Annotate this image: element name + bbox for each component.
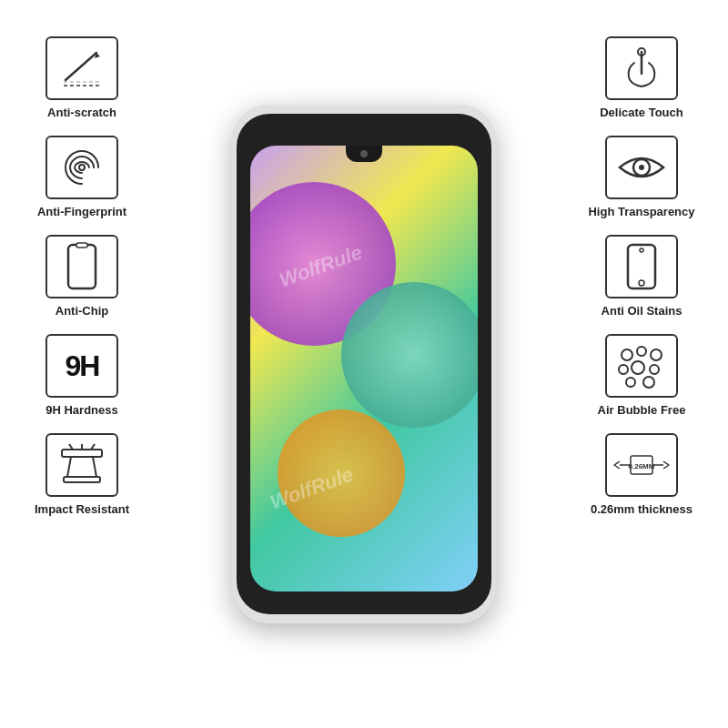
svg-rect-7 bbox=[62, 450, 102, 457]
left-features: Anti-scratch Anti-Fingerprint bbox=[9, 36, 155, 516]
feature-high-transparency: High Transparency bbox=[564, 136, 719, 218]
svg-point-24 bbox=[626, 378, 635, 387]
svg-rect-6 bbox=[76, 243, 87, 248]
9h-text: 9H bbox=[66, 349, 99, 383]
svg-text:0.26MM: 0.26MM bbox=[629, 462, 655, 470]
impact-icon bbox=[55, 442, 109, 488]
phone-outer: WolfRule WolfRule bbox=[232, 105, 496, 623]
fingerprint-icon bbox=[58, 144, 106, 191]
anti-fingerprint-icon-box bbox=[46, 136, 118, 199]
right-features: Delicate Touch High Transparency bbox=[564, 36, 719, 516]
svg-point-20 bbox=[651, 349, 662, 360]
svg-point-25 bbox=[643, 377, 654, 388]
anti-scratch-icon-box bbox=[46, 36, 118, 100]
glass-overlay: WolfRule WolfRule bbox=[237, 114, 491, 614]
touch-icon bbox=[618, 45, 665, 92]
svg-point-14 bbox=[639, 165, 644, 170]
anti-scratch-label: Anti-scratch bbox=[47, 106, 116, 119]
eye-icon bbox=[616, 144, 667, 191]
svg-point-17 bbox=[639, 280, 644, 286]
svg-rect-8 bbox=[64, 477, 100, 482]
screen-circle-2 bbox=[341, 282, 478, 428]
9h-hardness-label: 9H Hardness bbox=[46, 403, 117, 417]
svg-rect-15 bbox=[628, 245, 655, 288]
feature-anti-chip: Anti-Chip bbox=[9, 235, 155, 318]
feature-impact-resistant: Impact Resistant bbox=[9, 433, 155, 516]
delicate-touch-icon-box bbox=[605, 36, 678, 100]
high-transparency-icon-box bbox=[605, 136, 678, 199]
feature-thickness: 0.26MM 0.26mm thickness bbox=[564, 433, 719, 516]
feature-anti-oil: Anti Oil Stains bbox=[564, 235, 719, 318]
anti-chip-icon-box bbox=[46, 235, 118, 298]
anti-fingerprint-label: Anti-Fingerprint bbox=[37, 205, 126, 218]
anti-scratch-icon bbox=[56, 46, 107, 91]
feature-anti-scratch: Anti-scratch bbox=[9, 36, 155, 119]
feature-air-bubble: Air Bubble Free bbox=[564, 334, 719, 417]
svg-point-16 bbox=[640, 248, 643, 252]
anti-chip-label: Anti-Chip bbox=[56, 304, 108, 318]
air-bubble-icon-box bbox=[605, 334, 678, 398]
svg-point-19 bbox=[637, 347, 646, 356]
svg-point-21 bbox=[619, 365, 628, 374]
bubble-icon bbox=[614, 342, 669, 389]
svg-rect-5 bbox=[68, 245, 96, 288]
delicate-touch-label: Delicate Touch bbox=[600, 106, 683, 119]
anti-oil-icon bbox=[622, 243, 661, 290]
thickness-label: 0.26mm thickness bbox=[591, 502, 693, 516]
9h-icon-box: 9H bbox=[46, 334, 118, 398]
phone-screen: WolfRule WolfRule bbox=[250, 146, 478, 592]
impact-resistant-icon-box bbox=[46, 433, 118, 497]
svg-point-4 bbox=[79, 165, 85, 170]
svg-point-18 bbox=[622, 349, 632, 360]
feature-delicate-touch: Delicate Touch bbox=[564, 36, 719, 119]
svg-point-22 bbox=[632, 361, 644, 374]
main-container: Anti-scratch Anti-Fingerprint bbox=[0, 0, 728, 728]
high-transparency-label: High Transparency bbox=[588, 205, 694, 218]
feature-anti-fingerprint: Anti-Fingerprint bbox=[9, 136, 155, 218]
svg-point-23 bbox=[650, 365, 659, 374]
anti-oil-label: Anti Oil Stains bbox=[602, 304, 682, 318]
feature-9h-hardness: 9H 9H Hardness bbox=[9, 334, 155, 417]
camera-dot bbox=[360, 150, 368, 157]
impact-resistant-label: Impact Resistant bbox=[35, 502, 129, 516]
thickness-icon: 0.26MM bbox=[611, 441, 672, 489]
phone-wrapper: WolfRule WolfRule bbox=[232, 105, 496, 623]
svg-line-0 bbox=[66, 53, 96, 80]
air-bubble-label: Air Bubble Free bbox=[598, 403, 686, 417]
phone-chip-icon bbox=[63, 243, 101, 290]
thickness-icon-box: 0.26MM bbox=[605, 433, 678, 497]
anti-oil-icon-box bbox=[605, 235, 678, 298]
